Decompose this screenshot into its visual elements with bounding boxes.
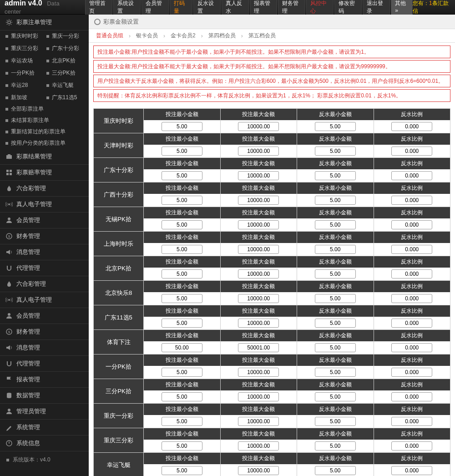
amount-input[interactable] xyxy=(315,171,356,180)
tab-4[interactable]: 第五档会员 xyxy=(245,30,279,41)
sidebar-section-5[interactable]: 会员管理 xyxy=(0,213,89,228)
amount-input[interactable] xyxy=(238,392,279,401)
sidebar-grid-item-3[interactable]: 广东十分彩 xyxy=(46,43,85,54)
amount-input[interactable] xyxy=(391,196,432,205)
sidebar-grid-item-10[interactable]: 新加坡 xyxy=(5,92,44,103)
amount-input[interactable] xyxy=(315,466,356,475)
tab-0[interactable]: 普通会员组 xyxy=(92,30,127,41)
amount-input[interactable] xyxy=(391,245,432,254)
tab-3[interactable]: 第四档会员 xyxy=(205,30,239,41)
amount-input[interactable] xyxy=(162,196,202,205)
amount-input[interactable] xyxy=(238,245,279,254)
amount-input[interactable] xyxy=(238,466,279,475)
amount-input[interactable] xyxy=(315,196,356,205)
amount-input[interactable] xyxy=(391,122,432,131)
sidebar-section-11[interactable]: 会员管理 xyxy=(0,308,89,324)
amount-input[interactable] xyxy=(315,368,356,377)
amount-input[interactable] xyxy=(238,122,279,131)
amount-input[interactable] xyxy=(162,171,202,180)
notification-text[interactable]: 您有：1条汇款信 xyxy=(413,0,450,15)
amount-input[interactable] xyxy=(162,220,202,229)
sidebar-section-8[interactable]: 代理管理 xyxy=(0,260,89,276)
amount-input[interactable] xyxy=(238,343,279,352)
sidebar-grid-item-5[interactable]: 北京PK拾 xyxy=(46,55,85,66)
tab-2[interactable]: 金卡会员2 xyxy=(167,30,199,41)
amount-input[interactable] xyxy=(238,220,279,229)
sidebar-grid-item-1[interactable]: 重庆一分彩 xyxy=(46,30,85,42)
sidebar-grid-item-2[interactable]: 重庆三分彩 xyxy=(5,43,44,54)
amount-input[interactable] xyxy=(162,294,202,303)
amount-input[interactable] xyxy=(391,319,432,328)
sidebar-section-1[interactable]: 彩票结果管理 xyxy=(0,149,89,165)
amount-input[interactable] xyxy=(238,196,279,205)
amount-input[interactable] xyxy=(162,441,202,451)
tab-1[interactable]: 银卡会员 xyxy=(132,30,162,41)
amount-input[interactable] xyxy=(315,245,356,254)
amount-input[interactable] xyxy=(391,368,432,377)
sidebar-section-0[interactable]: 彩票注单管理 xyxy=(0,15,89,30)
amount-input[interactable] xyxy=(162,392,202,401)
amount-input[interactable] xyxy=(162,269,202,279)
sidebar-section-19[interactable]: 系统信息 xyxy=(0,435,89,451)
sidebar-grid-item-6[interactable]: 一分PK拾 xyxy=(5,67,44,79)
sidebar-section-4[interactable]: 真人电子管理 xyxy=(0,197,89,213)
sidebar-section-10[interactable]: 真人电子管理 xyxy=(0,292,89,308)
sidebar-section-13[interactable]: 消息管理 xyxy=(0,340,89,356)
amount-input[interactable] xyxy=(315,147,356,156)
amount-input[interactable] xyxy=(238,294,279,303)
amount-input[interactable] xyxy=(391,466,432,475)
amount-input[interactable] xyxy=(391,392,432,401)
sidebar-section-18[interactable]: 系统管理 xyxy=(0,420,89,435)
sidebar-section-12[interactable]: $财务管理 xyxy=(0,324,89,340)
amount-input[interactable] xyxy=(391,171,432,180)
amount-input[interactable] xyxy=(391,343,432,352)
amount-input[interactable] xyxy=(391,147,432,156)
amount-input[interactable] xyxy=(391,294,432,303)
amount-input[interactable] xyxy=(391,441,432,451)
sidebar-section-16[interactable]: 数据管理 xyxy=(0,388,89,404)
sidebar-section-7[interactable]: 消息管理 xyxy=(0,244,89,260)
sidebar-section-15[interactable]: 报表管理 xyxy=(0,372,89,388)
sidebar-section-14[interactable]: 代理管理 xyxy=(0,356,89,372)
amount-input[interactable] xyxy=(238,147,279,156)
amount-input[interactable] xyxy=(162,368,202,377)
amount-input[interactable] xyxy=(315,122,356,131)
amount-input[interactable] xyxy=(391,220,432,229)
amount-input[interactable] xyxy=(162,466,202,475)
amount-input[interactable] xyxy=(315,294,356,303)
amount-input[interactable] xyxy=(238,417,279,426)
sidebar-section-3[interactable]: 六合彩管理 xyxy=(0,181,89,197)
amount-input[interactable] xyxy=(238,441,279,451)
sidebar-section-2[interactable]: 彩票赔率管理 xyxy=(0,165,89,181)
amount-input[interactable] xyxy=(162,417,202,426)
sidebar-grid-item-7[interactable]: 三分PK拾 xyxy=(46,67,85,79)
amount-input[interactable] xyxy=(162,343,202,352)
sidebar-grid-item-0[interactable]: 重庆时时彩 xyxy=(5,30,44,42)
sidebar-list-item-2[interactable]: 重新结算过的彩票注单 xyxy=(5,126,84,137)
amount-input[interactable] xyxy=(162,319,202,328)
sidebar-section-17[interactable]: 管理员管理 xyxy=(0,404,89,420)
amount-input[interactable] xyxy=(391,417,432,426)
sidebar-grid-item-8[interactable]: 幸运28 xyxy=(5,80,44,91)
amount-input[interactable] xyxy=(315,220,356,229)
amount-input[interactable] xyxy=(315,343,356,352)
amount-input[interactable] xyxy=(315,441,356,451)
amount-input[interactable] xyxy=(238,319,279,328)
amount-input[interactable] xyxy=(315,269,356,279)
amount-input[interactable] xyxy=(162,245,202,254)
amount-input[interactable] xyxy=(162,122,202,131)
sidebar-grid-item-4[interactable]: 幸运农场 xyxy=(5,55,44,66)
sidebar-list-item-3[interactable]: 按用户分类的彩票注单 xyxy=(5,137,84,149)
sidebar-section-6[interactable]: $财务管理 xyxy=(0,228,89,244)
amount-input[interactable] xyxy=(391,269,432,279)
sidebar-list-item-1[interactable]: 未结算彩票注单 xyxy=(5,115,84,126)
amount-input[interactable] xyxy=(238,368,279,377)
sidebar-section-9[interactable]: 六合彩管理 xyxy=(0,276,89,292)
amount-input[interactable] xyxy=(315,417,356,426)
sidebar-grid-item-9[interactable]: 幸运飞艇 xyxy=(46,80,85,91)
amount-input[interactable] xyxy=(315,392,356,401)
sidebar-list-item-0[interactable]: 全部彩票注单 xyxy=(5,103,84,115)
amount-input[interactable] xyxy=(315,319,356,328)
sidebar-grid-item-11[interactable]: 广东11选5 xyxy=(46,92,85,103)
amount-input[interactable] xyxy=(238,171,279,180)
